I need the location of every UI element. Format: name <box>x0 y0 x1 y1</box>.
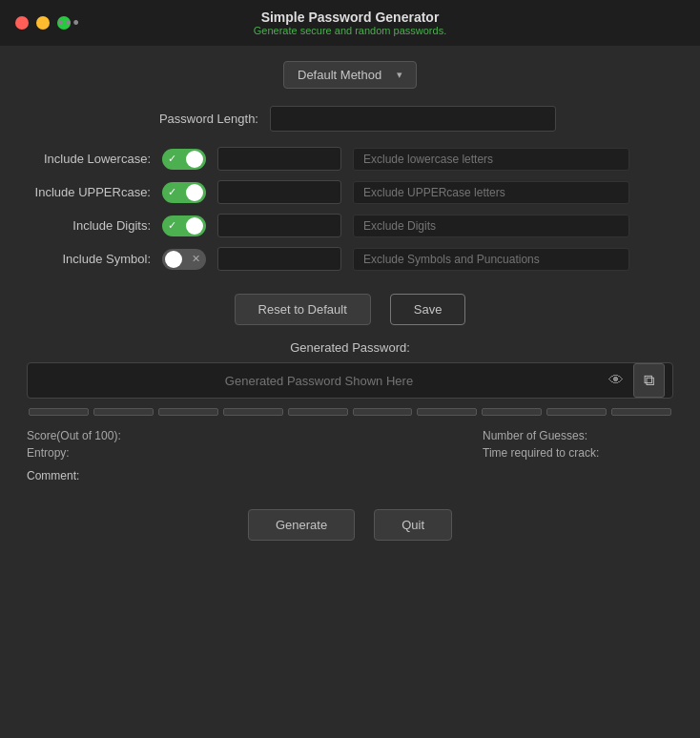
toggle-check-icon-digits: ✓ <box>168 219 176 232</box>
toggle-symbol[interactable]: ✕ <box>162 249 206 270</box>
titlebar: ••• Simple Password Generator Generate s… <box>0 0 700 46</box>
option-row-symbol: Include Symbol: ✕ 1 <box>27 247 673 271</box>
password-output-row: 👁 ⧉ <box>27 362 673 399</box>
bottom-buttons-row: Generate Quit <box>27 509 673 541</box>
option-row-lowercase: Include Lowercase: ✓ 1 <box>27 147 673 171</box>
strength-segment-5 <box>288 408 348 416</box>
main-content: Default Method ▾ Password Length: 8 Incl… <box>0 46 700 556</box>
toggle-knob-lowercase <box>186 151 203 168</box>
score-stat: Score(Out of 100): <box>27 429 217 442</box>
password-output-field[interactable] <box>35 364 603 398</box>
toggle-knob-digits <box>186 217 203 235</box>
score-label: Score(Out of 100): <box>27 429 121 442</box>
crack-label: Time required to crack: <box>483 446 599 460</box>
count-digits[interactable]: 1 <box>217 214 341 237</box>
strength-segment-8 <box>482 408 542 416</box>
eye-icon-button[interactable]: 👁 <box>603 366 629 395</box>
options-section: Include Lowercase: ✓ 1 Include UPPERcase… <box>27 147 673 271</box>
quit-button[interactable]: Quit <box>374 509 452 541</box>
guesses-stat: Number of Guesses: <box>483 429 673 442</box>
toggle-digits[interactable]: ✓ <box>162 215 206 236</box>
exclude-digits[interactable] <box>353 215 629 237</box>
strength-segment-7 <box>417 408 477 416</box>
option-row-uppercase: Include UPPERcase: ✓ 1 <box>27 180 673 204</box>
toggle-knob-symbol <box>165 251 182 268</box>
password-length-label: Password Length: <box>144 112 258 126</box>
generated-label: Generated Password: <box>27 340 673 355</box>
toggle-uppercase[interactable]: ✓ <box>162 182 206 203</box>
entropy-stat: Entropy: <box>27 446 217 460</box>
copy-button[interactable]: ⧉ <box>633 363 665 398</box>
guesses-label: Number of Guesses: <box>483 429 587 442</box>
reset-button[interactable]: Reset to Default <box>235 294 371 325</box>
strength-segment-4 <box>223 408 283 416</box>
stats-row-2: Entropy: Time required to crack: <box>27 446 673 460</box>
option-label-symbol: Include Symbol: <box>27 252 151 266</box>
titlebar-text: Simple Password Generator Generate secur… <box>254 10 446 36</box>
option-label-lowercase: Include Lowercase: <box>27 152 151 166</box>
toggle-check-icon: ✓ <box>168 153 176 165</box>
count-uppercase[interactable]: 1 <box>217 180 341 204</box>
strength-segment-1 <box>29 408 89 416</box>
toggle-lowercase[interactable]: ✓ <box>162 149 206 170</box>
action-buttons-row: Reset to Default Save <box>27 294 673 325</box>
close-button[interactable] <box>15 16 29 30</box>
count-lowercase[interactable]: 1 <box>217 147 341 171</box>
option-label-uppercase: Include UPPERcase: <box>27 185 151 199</box>
exclude-uppercase[interactable] <box>353 181 629 204</box>
strength-bar <box>27 408 673 416</box>
method-row: Default Method ▾ <box>27 61 673 89</box>
app-subtitle: Generate secure and random passwords. <box>254 25 446 36</box>
method-label: Default Method <box>298 68 381 82</box>
crack-stat: Time required to crack: <box>483 446 673 460</box>
stats-row-1: Score(Out of 100): Number of Guesses: <box>27 429 673 442</box>
method-dropdown[interactable]: Default Method ▾ <box>283 61 417 89</box>
strength-segment-10 <box>611 408 671 416</box>
toggle-check-icon-upper: ✓ <box>168 186 176 198</box>
minimize-button[interactable] <box>36 16 50 30</box>
strength-segment-6 <box>353 408 413 416</box>
comment-label: Comment: <box>27 469 79 482</box>
save-button[interactable]: Save <box>390 294 466 325</box>
count-symbol[interactable]: 1 <box>217 247 341 271</box>
exclude-symbol[interactable] <box>353 248 629 271</box>
app-title: Simple Password Generator <box>254 10 446 25</box>
strength-segment-9 <box>546 408 607 416</box>
option-row-digits: Include Digits: ✓ 1 <box>27 214 673 237</box>
generate-button[interactable]: Generate <box>248 509 355 541</box>
exclude-lowercase[interactable] <box>353 148 629 171</box>
password-length-input[interactable]: 8 <box>270 106 556 132</box>
option-label-digits: Include Digits: <box>27 218 151 233</box>
strength-segment-3 <box>158 408 218 416</box>
toggle-x-icon: ✕ <box>192 253 200 265</box>
password-length-row: Password Length: 8 <box>27 106 673 132</box>
comment-row: Comment: <box>27 469 673 482</box>
entropy-label: Entropy: <box>27 446 70 460</box>
strength-segment-2 <box>93 408 154 416</box>
more-options-icon[interactable]: ••• <box>57 13 81 33</box>
toggle-knob-uppercase <box>186 184 203 201</box>
dropdown-arrow-icon: ▾ <box>397 69 402 81</box>
